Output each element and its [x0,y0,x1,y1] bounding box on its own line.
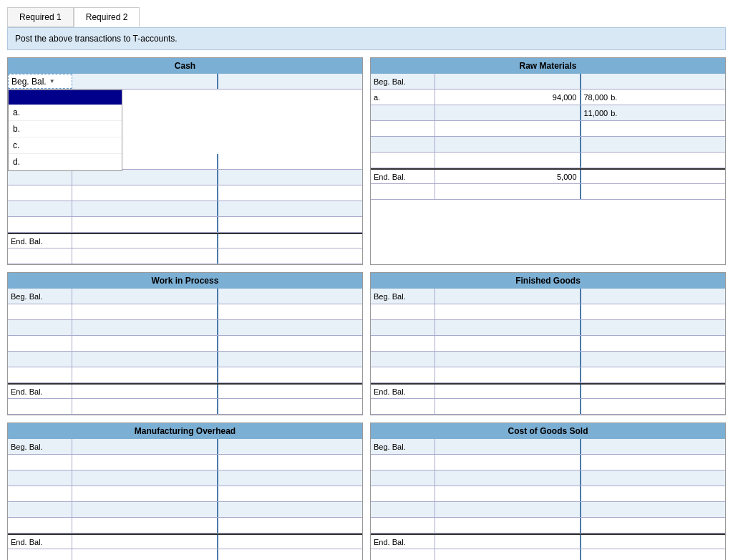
mo-row-1 [8,455,362,470]
finished-goods-account: Finished Goods Beg. Bal. [370,272,726,415]
fg-row-after-end [371,399,725,415]
mo-row-after-end [8,549,362,560]
page-wrapper: Required 1 Required 2 Post the above tra… [0,0,733,560]
wip-row-3 [8,336,362,352]
dropdown-item-a[interactable]: a. [9,105,122,121]
wip-row-after-end [8,399,362,415]
cash-endbal-row: End. Bal. [8,233,362,248]
finished-goods-body: Beg. Bal. [371,289,725,415]
raw-materials-header: Raw Materials [371,58,725,74]
fg-row-begbal: Beg. Bal. [371,289,725,304]
cash-row-3 [8,185,362,201]
dropdown-selected [9,90,122,105]
mo-row-5 [8,518,362,534]
mo-row-begbal: Beg. Bal. [8,439,362,455]
cogs-header: Cost of Goods Sold [371,423,725,439]
wip-row-1 [8,304,362,320]
fg-row-1 [371,304,725,320]
cash-dropdown[interactable]: a. b. c. d. [8,90,122,171]
wip-account: Work in Process Beg. Bal. [7,272,363,415]
mfg-overhead-account: Manufacturing Overhead Beg. Bal. [7,423,363,560]
fg-row-2 [371,320,725,336]
rm-row-begbal: Beg. Bal. [371,74,725,90]
wip-body: Beg. Bal. [8,289,362,415]
rm-endbal-row: End. Bal. 5,000 [371,168,725,184]
accounts-grid: Cash Beg. Bal. ▼ a. b. c. [7,57,726,560]
cash-row-2 [8,170,362,185]
instructions-bar: Post the above transactions to T-account… [7,27,726,50]
cash-body: Beg. Bal. ▼ a. b. c. d. [8,74,362,264]
cogs-row-2 [371,470,725,486]
wip-row-4 [8,352,362,367]
fg-endbal-row: End. Bal. [371,383,725,399]
mfg-overhead-body: Beg. Bal. [8,439,362,560]
cash-header: Cash [8,58,362,74]
cash-account: Cash Beg. Bal. ▼ a. b. c. [7,57,363,265]
cash-row-4 [8,201,362,217]
wip-endbal-row: End. Bal. [8,383,362,399]
dropdown-item-b[interactable]: b. [9,121,122,137]
cash-row-begbal: Beg. Bal. ▼ [8,74,362,90]
tabs-row: Required 1 Required 2 [7,7,726,27]
raw-materials-body: Beg. Bal. a. 94,000 78,000b. 11,000b. [371,74,725,200]
fg-row-5 [371,367,725,383]
cogs-row-1 [371,455,725,470]
wip-row-5 [8,367,362,383]
rm-row-b2: 11,000b. [371,105,725,121]
rm-row-after-end [371,184,725,200]
finished-goods-header: Finished Goods [371,273,725,289]
wip-row-2 [8,320,362,336]
fg-row-3 [371,336,725,352]
rm-row-3 [371,121,725,137]
cash-begbal-label[interactable]: Beg. Bal. ▼ [8,74,72,89]
cogs-row-3 [371,486,725,502]
cogs-row-begbal: Beg. Bal. [371,439,725,455]
cogs-row-4 [371,502,725,518]
wip-header: Work in Process [8,273,362,289]
raw-materials-account: Raw Materials Beg. Bal. a. 94,000 78,000… [370,57,726,265]
rm-row-5 [371,153,725,168]
mo-row-3 [8,486,362,502]
cogs-body: Beg. Bal. [371,439,725,560]
rm-row-4 [371,137,725,153]
rm-row-a: a. 94,000 78,000b. [371,90,725,105]
cash-row-5 [8,217,362,233]
cogs-endbal-row: End. Bal. [371,534,725,549]
dropdown-item-c[interactable]: c. [9,137,122,154]
dropdown-item-d[interactable]: d. [9,154,122,170]
cogs-account: Cost of Goods Sold Beg. Bal. [370,423,726,560]
fg-row-4 [371,352,725,367]
wip-row-begbal: Beg. Bal. [8,289,362,304]
mo-row-2 [8,470,362,486]
mo-endbal-row: End. Bal. [8,534,362,549]
cogs-row-5 [371,518,725,534]
tab-required1[interactable]: Required 1 [7,7,74,27]
cash-row-after-end [8,248,362,264]
mo-row-4 [8,502,362,518]
mfg-overhead-header: Manufacturing Overhead [8,423,362,439]
cogs-row-after-end [371,549,725,560]
tab-required2[interactable]: Required 2 [74,7,140,27]
